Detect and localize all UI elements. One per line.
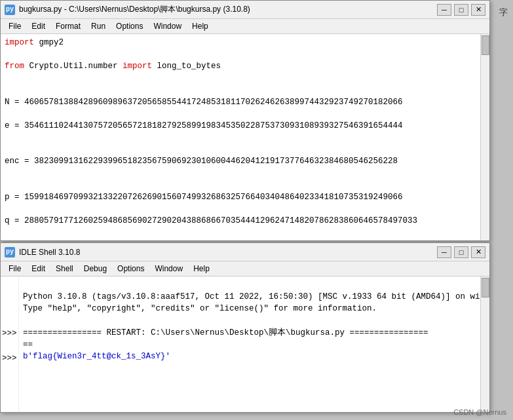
code-line-1: import gmpy2 [5,37,485,48]
shell-menu-bar: File Edit Shell Debug Options Window Hel… [1,261,489,277]
editor-icon-label: py [6,6,14,13]
editor-scrollbar[interactable] [480,34,489,240]
shell-equals-line: == [23,340,33,349]
shell-close-button[interactable]: ✕ [471,246,485,258]
watermark: CSDN @Nernus [453,408,506,416]
editor-menu-edit[interactable]: Edit [26,20,50,32]
editor-menu-help[interactable]: Help [187,20,214,32]
code-line-10: q = 288057917712602594868569027290204388… [5,215,485,227]
editor-menu-format[interactable]: Format [50,20,86,32]
shell-scrollbar[interactable] [480,277,489,411]
shell-prompt-1: >>> [1,329,18,341]
code-line-9: p = 159918469709932133220726269015607499… [5,191,485,203]
code-line-4: N = 460657813884289609896372056585544172… [5,96,485,108]
code-line-2: from Crypto.Util.number import long_to_b… [5,60,485,72]
shell-menu-options[interactable]: Options [112,263,149,275]
shell-prompts: >>> >>> [1,277,19,411]
shell-output-area[interactable]: Python 3.10.8 (tags/v3.10.8:aaaf517, Oct… [19,277,489,411]
zh-char: 字 [499,7,508,18]
shell-maximize-button[interactable]: □ [454,246,468,258]
shell-minimize-button[interactable]: ─ [437,246,451,258]
editor-scrollbar-thumb[interactable] [482,35,489,55]
editor-menu-file[interactable]: File [3,20,26,32]
editor-code-content: import gmpy2 from Crypto.Util.number imp… [1,34,489,240]
editor-menu-run[interactable]: Run [86,20,111,32]
editor-window: py bugkursa.py - C:\Users\Nernus\Desktop… [0,0,490,241]
shell-menu-edit[interactable]: Edit [26,263,50,275]
shell-menu-shell[interactable]: Shell [50,263,79,275]
editor-close-button[interactable]: ✕ [471,4,485,16]
shell-menu-window[interactable]: Window [149,263,188,275]
shell-body: >>> >>> Python 3.10.8 (tags/v3.10.8:aaaf… [1,277,489,411]
shell-scrollbar-thumb[interactable] [482,278,489,297]
editor-menu-window[interactable]: Window [148,20,187,32]
editor-menu-options[interactable]: Options [111,20,148,32]
shell-icon: py [5,247,15,258]
code-line-7: enc = 3823099131622939965182356759069230… [5,155,485,167]
shell-window-controls[interactable]: ─ □ ✕ [437,246,485,258]
editor-title-bar[interactable]: py bugkursa.py - C:\Users\Nernus\Desktop… [1,1,489,19]
shell-python-line: Python 3.10.8 (tags/v3.10.8:aaaf517, Oct… [23,292,489,301]
shell-menu-file[interactable]: File [3,263,26,275]
shell-prompt-2: >>> [1,354,18,366]
shell-title: IDLE Shell 3.10.8 [19,248,80,257]
editor-code-area[interactable]: import gmpy2 from Crypto.Util.number imp… [1,34,489,240]
editor-minimize-button[interactable]: ─ [437,4,451,16]
code-line-5: e = 354611102441307572056572181827925899… [5,120,485,132]
editor-window-controls[interactable]: ─ □ ✕ [437,4,485,16]
shell-icon-label: py [6,248,14,256]
shell-help-line: Type "help", "copyright", "credits" or "… [23,304,377,313]
shell-window: py IDLE Shell 3.10.8 ─ □ ✕ File Edit She… [0,242,490,413]
shell-restart-line: ================ RESTART: C:\Users\Nernu… [23,328,428,337]
editor-title: bugkursa.py - C:\Users\Nernus\Desktop\脚本… [19,4,250,15]
shell-flag-line: b'flag{Wien3r_4tt@ck_1s_3AsY}' [23,352,170,361]
editor-maximize-button[interactable]: □ [454,4,468,16]
shell-menu-help[interactable]: Help [188,263,215,275]
shell-title-bar[interactable]: py IDLE Shell 3.10.8 ─ □ ✕ [1,243,489,261]
editor-menu-bar: File Edit Format Run Options Window Help [1,19,489,34]
shell-menu-debug[interactable]: Debug [79,263,112,275]
editor-icon: py [5,5,15,15]
